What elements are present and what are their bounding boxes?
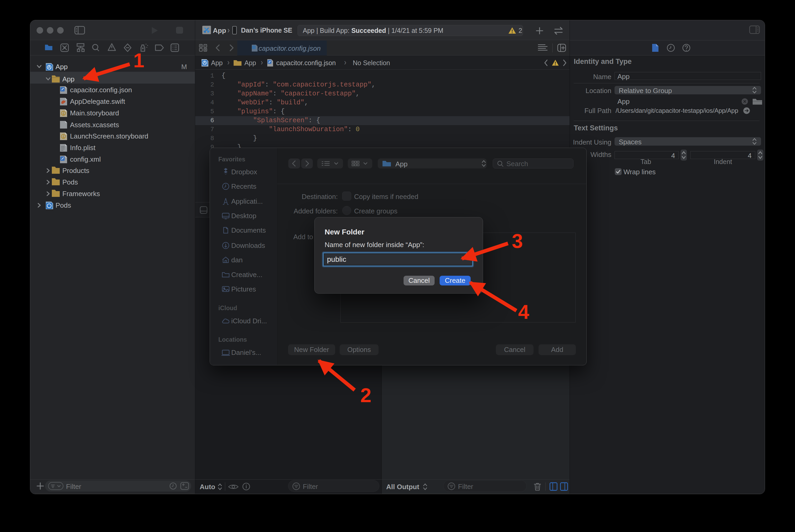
svg-text:2: 2 <box>360 384 372 406</box>
svg-text:4: 4 <box>518 301 529 323</box>
svg-text:3: 3 <box>512 230 523 252</box>
svg-text:1: 1 <box>133 49 144 72</box>
